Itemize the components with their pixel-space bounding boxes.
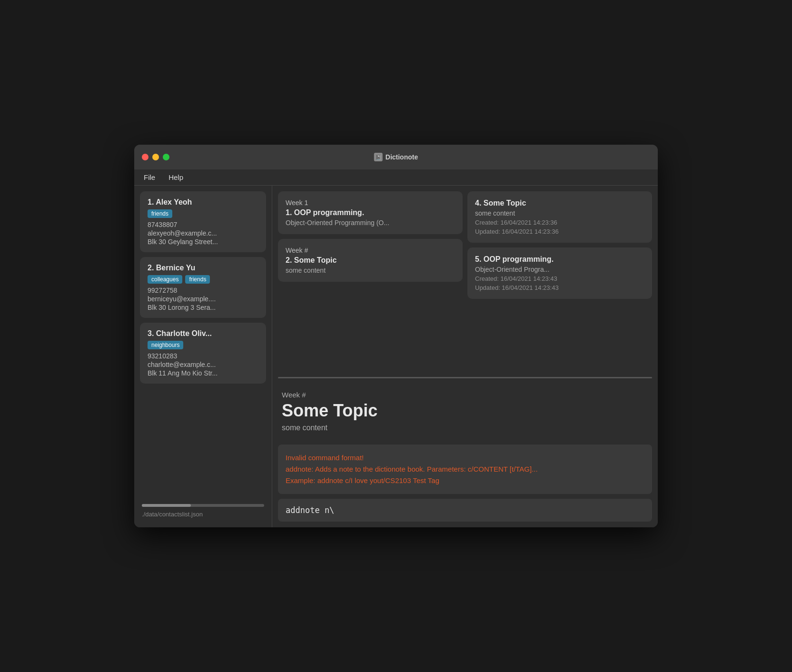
contact-tags-1: friends xyxy=(148,209,258,218)
app-window: 📓 Dictionote File Help 1. Alex Yeoh frie… xyxy=(134,145,658,527)
sidebar-scrollbar-thumb xyxy=(142,504,191,507)
contact-address-1: Blk 30 Geylang Street... xyxy=(148,238,258,246)
contact-tags-3: neighbours xyxy=(148,341,258,349)
note-card-3[interactable]: 4. Some Topic some content Created: 16/0… xyxy=(467,191,652,243)
contact-name-3: 3. Charlotte Oliv... xyxy=(148,329,258,338)
output-box: Invalid command format! addnote: Adds a … xyxy=(278,445,652,494)
note-title-3: 4. Some Topic xyxy=(475,199,644,208)
notes-column-1: Week 1 1. OOP programming. Object-Orient… xyxy=(278,191,463,372)
app-icon: 📓 xyxy=(374,153,383,161)
notes-column-2: 4. Some Topic some content Created: 16/0… xyxy=(467,191,652,372)
maximize-button[interactable] xyxy=(163,154,169,160)
sidebar-filepath: ./data/contactslist.json xyxy=(142,511,264,518)
tag-friends: friends xyxy=(148,209,172,218)
contact-tags-2: colleagues friends xyxy=(148,275,258,284)
traffic-lights xyxy=(142,154,169,160)
note-content-2: some content xyxy=(286,267,455,274)
contact-address-3: Blk 11 Ang Mo Kio Str... xyxy=(148,369,258,377)
note-updated-4: Updated: 16/04/2021 14:23:43 xyxy=(475,284,644,291)
note-content-3: some content xyxy=(475,209,644,217)
output-line-1: Invalid command format! xyxy=(286,454,364,462)
output-line-3: Example: addnote c/I love yout/CS2103 Te… xyxy=(286,476,439,484)
tag-friends-2: friends xyxy=(185,275,210,284)
note-created-4: Created: 16/04/2021 14:23:43 xyxy=(475,275,644,282)
horizontal-divider xyxy=(278,377,652,378)
window-title: 📓 Dictionote xyxy=(374,153,418,161)
contact-card-2[interactable]: 2. Bernice Yu colleagues friends 9927275… xyxy=(140,257,266,318)
note-detail-content: some content xyxy=(282,424,648,432)
contact-email-3: charlotte@example.c... xyxy=(148,361,258,368)
output-line-2: addnote: Adds a note to the dictionote b… xyxy=(286,465,538,473)
menu-file[interactable]: File xyxy=(142,172,157,182)
output-text: Invalid command format! addnote: Adds a … xyxy=(286,452,644,486)
sidebar-footer: ./data/contactslist.json xyxy=(140,500,266,522)
close-button[interactable] xyxy=(142,154,148,160)
command-input[interactable] xyxy=(286,505,644,515)
input-box[interactable] xyxy=(278,499,652,522)
content-area: Week 1 1. OOP programming. Object-Orient… xyxy=(272,186,658,527)
contact-card-3[interactable]: 3. Charlotte Oliv... neighbours 93210283… xyxy=(140,323,266,384)
note-detail-week: Week # xyxy=(282,391,648,399)
note-detail-title: Some Topic xyxy=(282,401,648,421)
contact-email-1: alexyeoh@example.c... xyxy=(148,229,258,237)
note-card-2[interactable]: Week # 2. Some Topic some content xyxy=(278,239,463,282)
tag-neighbours: neighbours xyxy=(148,341,183,349)
menu-help[interactable]: Help xyxy=(167,172,185,182)
note-title-1: 1. OOP programming. xyxy=(286,208,455,217)
notes-grid: Week 1 1. OOP programming. Object-Orient… xyxy=(278,191,652,372)
sidebar-scrollbar[interactable] xyxy=(142,504,264,507)
contact-name-2: 2. Bernice Yu xyxy=(148,264,258,272)
contact-phone-3: 93210283 xyxy=(148,352,258,360)
note-card-1[interactable]: Week 1 1. OOP programming. Object-Orient… xyxy=(278,191,463,234)
contact-phone-2: 99272758 xyxy=(148,287,258,294)
note-title-2: 2. Some Topic xyxy=(286,256,455,265)
note-updated-3: Updated: 16/04/2021 14:23:36 xyxy=(475,228,644,235)
note-week-2: Week # xyxy=(286,247,455,254)
minimize-button[interactable] xyxy=(152,154,159,160)
note-content-4: Object-Oriented Progra... xyxy=(475,266,644,273)
note-created-3: Created: 16/04/2021 14:23:36 xyxy=(475,219,644,226)
sidebar: 1. Alex Yeoh friends 87438807 alexyeoh@e… xyxy=(134,186,272,527)
note-content-1: Object-Oriented Programming (O... xyxy=(286,219,455,227)
contact-card-1[interactable]: 1. Alex Yeoh friends 87438807 alexyeoh@e… xyxy=(140,191,266,252)
note-week-1: Week 1 xyxy=(286,199,455,207)
menubar: File Help xyxy=(134,169,658,186)
tag-colleagues: colleagues xyxy=(148,275,182,284)
contact-address-2: Blk 30 Lorong 3 Sera... xyxy=(148,304,258,311)
contact-phone-1: 87438807 xyxy=(148,221,258,228)
titlebar: 📓 Dictionote xyxy=(134,145,658,169)
contact-email-2: berniceyu@example.... xyxy=(148,295,258,303)
note-detail: Week # Some Topic some content xyxy=(278,383,652,440)
note-card-4[interactable]: 5. OOP programming. Object-Oriented Prog… xyxy=(467,247,652,299)
note-title-4: 5. OOP programming. xyxy=(475,255,644,264)
main-layout: 1. Alex Yeoh friends 87438807 alexyeoh@e… xyxy=(134,186,658,527)
contact-name-1: 1. Alex Yeoh xyxy=(148,198,258,207)
